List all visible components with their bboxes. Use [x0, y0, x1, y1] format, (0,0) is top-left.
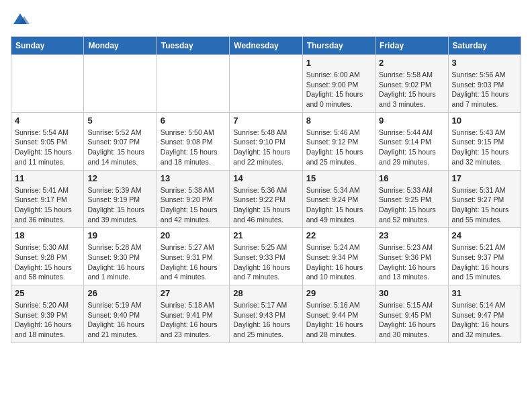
day-info: Sunrise: 5:25 AM Sunset: 9:33 PM Dayligh…	[233, 242, 298, 282]
day-info: Sunrise: 5:28 AM Sunset: 9:30 PM Dayligh…	[87, 242, 152, 282]
day-number: 4	[15, 116, 80, 126]
day-info: Sunrise: 5:43 AM Sunset: 9:15 PM Dayligh…	[452, 128, 517, 167]
day-number: 21	[233, 230, 298, 240]
day-info: Sunrise: 5:21 AM Sunset: 9:37 PM Dayligh…	[452, 242, 517, 282]
weekday-header: Thursday	[302, 37, 375, 55]
day-info: Sunrise: 5:46 AM Sunset: 9:12 PM Dayligh…	[306, 128, 371, 167]
day-info: Sunrise: 5:20 AM Sunset: 9:39 PM Dayligh…	[15, 300, 80, 340]
day-number: 26	[87, 288, 152, 298]
calendar-cell: 5Sunrise: 5:52 AM Sunset: 9:07 PM Daylig…	[84, 112, 157, 170]
calendar-table: SundayMondayTuesdayWednesdayThursdayFrid…	[11, 36, 521, 343]
calendar-cell: 14Sunrise: 5:36 AM Sunset: 9:22 PM Dayli…	[230, 170, 302, 228]
calendar-cell	[84, 55, 157, 113]
calendar-cell: 15Sunrise: 5:34 AM Sunset: 9:24 PM Dayli…	[302, 170, 375, 228]
day-number: 12	[87, 173, 152, 183]
weekday-header: Sunday	[11, 37, 84, 55]
calendar-cell: 2Sunrise: 5:58 AM Sunset: 9:02 PM Daylig…	[375, 55, 448, 113]
day-info: Sunrise: 5:41 AM Sunset: 9:17 PM Dayligh…	[15, 185, 80, 225]
day-info: Sunrise: 6:00 AM Sunset: 9:00 PM Dayligh…	[306, 70, 371, 109]
day-number: 3	[452, 58, 517, 68]
calendar-cell: 19Sunrise: 5:28 AM Sunset: 9:30 PM Dayli…	[84, 228, 157, 285]
page-header	[11, 11, 521, 30]
weekday-header: Saturday	[448, 37, 521, 55]
day-number: 29	[306, 288, 371, 298]
day-info: Sunrise: 5:36 AM Sunset: 9:22 PM Dayligh…	[233, 185, 298, 225]
day-info: Sunrise: 5:15 AM Sunset: 9:45 PM Dayligh…	[379, 300, 444, 340]
calendar-cell: 27Sunrise: 5:18 AM Sunset: 9:41 PM Dayli…	[157, 285, 229, 343]
calendar-week-row: 1Sunrise: 6:00 AM Sunset: 9:00 PM Daylig…	[11, 55, 521, 113]
calendar-cell: 10Sunrise: 5:43 AM Sunset: 9:15 PM Dayli…	[448, 112, 521, 170]
day-info: Sunrise: 5:17 AM Sunset: 9:43 PM Dayligh…	[233, 300, 298, 340]
calendar-cell: 9Sunrise: 5:44 AM Sunset: 9:14 PM Daylig…	[375, 112, 448, 170]
calendar-week-row: 11Sunrise: 5:41 AM Sunset: 9:17 PM Dayli…	[11, 170, 521, 228]
day-info: Sunrise: 5:34 AM Sunset: 9:24 PM Dayligh…	[306, 185, 371, 225]
day-number: 9	[379, 116, 444, 126]
calendar-week-row: 18Sunrise: 5:30 AM Sunset: 9:28 PM Dayli…	[11, 228, 521, 285]
day-info: Sunrise: 5:23 AM Sunset: 9:36 PM Dayligh…	[379, 242, 444, 282]
weekday-header: Wednesday	[230, 37, 302, 55]
day-info: Sunrise: 5:39 AM Sunset: 9:19 PM Dayligh…	[87, 185, 152, 225]
calendar-cell: 28Sunrise: 5:17 AM Sunset: 9:43 PM Dayli…	[230, 285, 302, 343]
day-number: 6	[161, 116, 226, 126]
day-info: Sunrise: 5:58 AM Sunset: 9:02 PM Dayligh…	[379, 70, 444, 109]
calendar-week-row: 25Sunrise: 5:20 AM Sunset: 9:39 PM Dayli…	[11, 285, 521, 343]
calendar-cell: 8Sunrise: 5:46 AM Sunset: 9:12 PM Daylig…	[302, 112, 375, 170]
day-number: 25	[15, 288, 80, 298]
day-number: 27	[161, 288, 226, 298]
day-number: 1	[306, 58, 371, 68]
day-number: 24	[452, 230, 517, 240]
calendar-cell: 26Sunrise: 5:19 AM Sunset: 9:40 PM Dayli…	[84, 285, 157, 343]
weekday-header: Monday	[84, 37, 157, 55]
calendar-cell: 30Sunrise: 5:15 AM Sunset: 9:45 PM Dayli…	[375, 285, 448, 343]
day-number: 8	[306, 116, 371, 126]
day-number: 14	[233, 173, 298, 183]
calendar-cell: 16Sunrise: 5:33 AM Sunset: 9:25 PM Dayli…	[375, 170, 448, 228]
day-number: 10	[452, 116, 517, 126]
calendar-cell: 31Sunrise: 5:14 AM Sunset: 9:47 PM Dayli…	[448, 285, 521, 343]
calendar-cell: 21Sunrise: 5:25 AM Sunset: 9:33 PM Dayli…	[230, 228, 302, 285]
day-number: 17	[452, 173, 517, 183]
logo-icon	[11, 11, 30, 30]
logo	[11, 11, 32, 30]
day-info: Sunrise: 5:19 AM Sunset: 9:40 PM Dayligh…	[87, 300, 152, 340]
calendar-cell: 3Sunrise: 5:56 AM Sunset: 9:03 PM Daylig…	[448, 55, 521, 113]
day-info: Sunrise: 5:52 AM Sunset: 9:07 PM Dayligh…	[87, 128, 152, 167]
calendar-cell: 23Sunrise: 5:23 AM Sunset: 9:36 PM Dayli…	[375, 228, 448, 285]
day-info: Sunrise: 5:44 AM Sunset: 9:14 PM Dayligh…	[379, 128, 444, 167]
day-info: Sunrise: 5:24 AM Sunset: 9:34 PM Dayligh…	[306, 242, 371, 282]
day-number: 5	[87, 116, 152, 126]
day-number: 30	[379, 288, 444, 298]
day-number: 22	[306, 230, 371, 240]
day-number: 11	[15, 173, 80, 183]
day-info: Sunrise: 5:31 AM Sunset: 9:27 PM Dayligh…	[452, 185, 517, 225]
calendar-cell: 18Sunrise: 5:30 AM Sunset: 9:28 PM Dayli…	[11, 228, 84, 285]
calendar-cell	[11, 55, 84, 113]
weekday-header: Tuesday	[157, 37, 229, 55]
calendar-cell: 22Sunrise: 5:24 AM Sunset: 9:34 PM Dayli…	[302, 228, 375, 285]
day-info: Sunrise: 5:48 AM Sunset: 9:10 PM Dayligh…	[233, 128, 298, 167]
calendar-cell: 1Sunrise: 6:00 AM Sunset: 9:00 PM Daylig…	[302, 55, 375, 113]
calendar-header-row: SundayMondayTuesdayWednesdayThursdayFrid…	[11, 37, 521, 55]
calendar-cell: 13Sunrise: 5:38 AM Sunset: 9:20 PM Dayli…	[157, 170, 229, 228]
calendar-cell: 6Sunrise: 5:50 AM Sunset: 9:08 PM Daylig…	[157, 112, 229, 170]
day-number: 31	[452, 288, 517, 298]
day-number: 13	[161, 173, 226, 183]
day-info: Sunrise: 5:50 AM Sunset: 9:08 PM Dayligh…	[161, 128, 226, 167]
day-info: Sunrise: 5:18 AM Sunset: 9:41 PM Dayligh…	[161, 300, 226, 340]
weekday-header: Friday	[375, 37, 448, 55]
calendar-cell: 17Sunrise: 5:31 AM Sunset: 9:27 PM Dayli…	[448, 170, 521, 228]
calendar-cell: 4Sunrise: 5:54 AM Sunset: 9:05 PM Daylig…	[11, 112, 84, 170]
day-number: 20	[161, 230, 226, 240]
calendar-cell: 20Sunrise: 5:27 AM Sunset: 9:31 PM Dayli…	[157, 228, 229, 285]
day-number: 23	[379, 230, 444, 240]
day-number: 7	[233, 116, 298, 126]
calendar-cell	[230, 55, 302, 113]
calendar-cell: 12Sunrise: 5:39 AM Sunset: 9:19 PM Dayli…	[84, 170, 157, 228]
day-number: 18	[15, 230, 80, 240]
calendar-cell: 25Sunrise: 5:20 AM Sunset: 9:39 PM Dayli…	[11, 285, 84, 343]
day-info: Sunrise: 5:54 AM Sunset: 9:05 PM Dayligh…	[15, 128, 80, 167]
calendar-cell: 7Sunrise: 5:48 AM Sunset: 9:10 PM Daylig…	[230, 112, 302, 170]
calendar-cell: 29Sunrise: 5:16 AM Sunset: 9:44 PM Dayli…	[302, 285, 375, 343]
day-info: Sunrise: 5:16 AM Sunset: 9:44 PM Dayligh…	[306, 300, 371, 340]
day-number: 16	[379, 173, 444, 183]
